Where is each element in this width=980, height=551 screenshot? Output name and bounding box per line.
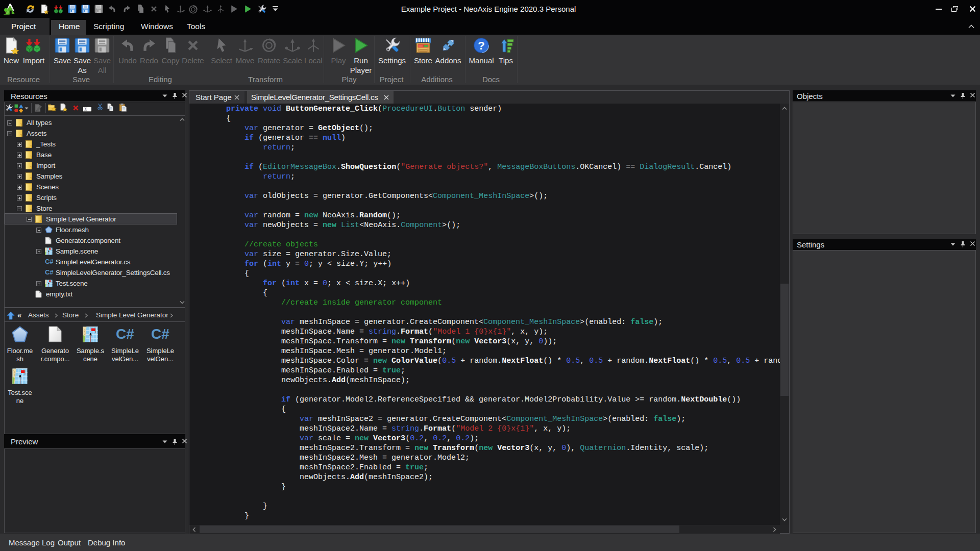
svg-text:I: I [85,108,86,111]
svg-text:?: ? [478,39,485,52]
